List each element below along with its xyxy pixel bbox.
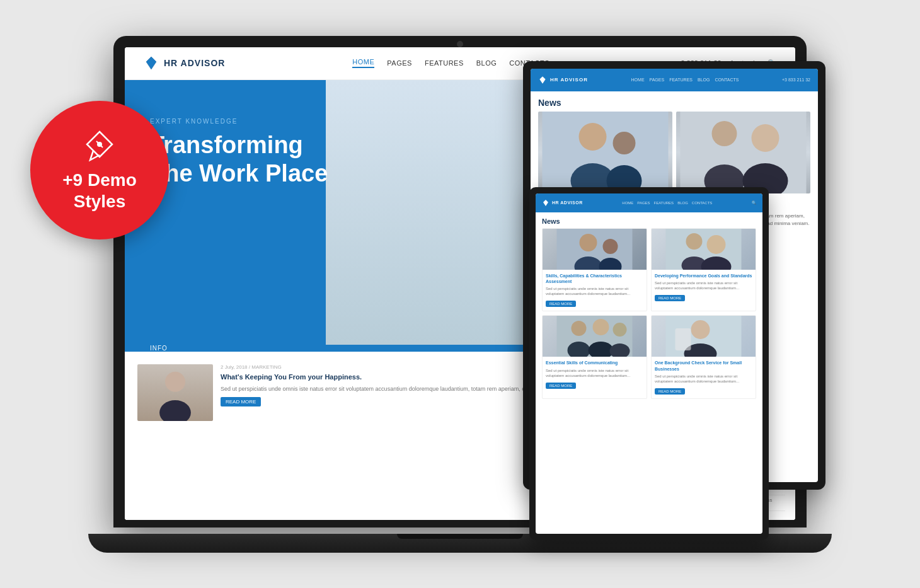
phone-news-body-1: Skills, Capabilities & Characteristics A… (543, 270, 647, 311)
tablet-news-title: News (531, 91, 818, 112)
svg-point-34 (691, 320, 710, 339)
tablet-nav-features[interactable]: FEATURES (669, 78, 693, 82)
nav-blog[interactable]: BLOG (476, 59, 497, 67)
phone-news-grid: Skills, Capabilities & Characteristics A… (536, 228, 762, 405)
meeting-illustration-2 (676, 112, 810, 193)
hero-content: EXPERT KNOWLEDGE Transforming The Work P… (150, 118, 328, 188)
svg-point-17 (580, 234, 597, 251)
phone-card-title-3: Essential Skills of Communicating (546, 360, 643, 366)
demo-badge: +9 Demo Styles (30, 101, 169, 239)
phone-card-title-2: Developing Performance Goals and Standar… (655, 273, 752, 279)
svg-point-22 (686, 233, 703, 250)
phone-header: HR ADVISOR HOME PAGES FEATURES BLOG CONT… (536, 193, 762, 212)
svg-point-8 (613, 132, 636, 154)
phone-news-body-4: One Background Check Service for Small B… (652, 357, 756, 398)
hero-label: EXPERT KNOWLEDGE (150, 118, 328, 125)
card-img-1 (543, 229, 647, 270)
svg-point-27 (572, 321, 587, 336)
hero-title-line1: Transforming (150, 131, 328, 160)
phone-news-body-3: Essential Skills of Communicating Sed ut… (543, 357, 647, 393)
person-silhouette (150, 371, 200, 421)
phone-read-more-4[interactable]: READ MORE (655, 388, 685, 395)
tablet-news-img-inner-2 (676, 112, 810, 193)
svg-point-31 (613, 323, 627, 337)
phone-news-card-2: Developing Performance Goals and Standar… (651, 228, 756, 312)
meeting-illustration-1 (538, 112, 672, 193)
phone-news-body-2: Developing Performance Goals and Standar… (652, 270, 756, 306)
tablet-nav-contacts[interactable]: CONTACTS (715, 78, 739, 82)
tablet-news-img-inner-1 (538, 112, 672, 193)
card-img-4 (652, 316, 756, 357)
svg-point-24 (707, 235, 726, 254)
phone-nav-home[interactable]: HOME (622, 201, 633, 205)
svg-point-6 (579, 123, 607, 151)
phone-card-text-4: Sed ut perspiciatis unde omnis iste natu… (655, 374, 752, 384)
svg-point-13 (752, 124, 779, 152)
phone-screen: HR ADVISOR HOME PAGES FEATURES BLOG CONT… (529, 187, 769, 540)
card-img-2 (652, 229, 756, 270)
tablet-nav[interactable]: HOME PAGES FEATURES BLOG CONTACTS (631, 78, 739, 82)
tablet-logo-text: HR ADVISOR (550, 77, 588, 83)
tablet-nav-home[interactable]: HOME (631, 78, 645, 82)
badge-text1: +9 Demo (62, 170, 137, 191)
svg-point-11 (712, 121, 737, 146)
phone-card-text-2: Sed ut perspiciatis unde omnis iste natu… (655, 280, 752, 291)
laptop-camera (457, 41, 463, 47)
svg-marker-4 (539, 76, 545, 84)
phone-read-more-3[interactable]: READ MORE (546, 383, 576, 389)
pen-tool-icon (81, 129, 118, 166)
svg-marker-15 (543, 200, 548, 206)
card-img-3 (543, 316, 647, 357)
tablet-phone: +3 833 211 32 (782, 78, 810, 82)
site-logo: HR ADVISOR (144, 55, 225, 71)
tablet-logo-icon (538, 76, 547, 84)
tablet-nav-blog[interactable]: BLOG (698, 78, 710, 82)
logo-name: HR ADVISOR (164, 58, 225, 68)
phone-news-img-1 (543, 229, 647, 270)
svg-rect-36 (676, 328, 691, 350)
phone-card-title-4: One Background Check Service for Small B… (655, 360, 752, 371)
tablet-news-images (531, 112, 818, 200)
phone-card-text-3: Sed ut perspiciatis unde omnis iste natu… (546, 368, 643, 379)
nav-pages[interactable]: PAGES (387, 59, 412, 67)
site-nav[interactable]: HOME PAGES FEATURES BLOG CONTACTS (352, 58, 549, 68)
phone-logo: HR ADVISOR (542, 199, 583, 207)
blog-person-image (137, 364, 213, 421)
svg-marker-1 (146, 57, 156, 69)
logo-diamond-icon (144, 55, 159, 71)
phone-search-icon[interactable]: 🔍 (752, 201, 756, 205)
phone-news-card-1: Skills, Capabilities & Characteristics A… (542, 228, 647, 312)
phone-nav[interactable]: HOME PAGES FEATURES BLOG CONTACTS (622, 201, 712, 205)
svg-point-19 (603, 239, 618, 254)
hero-title-line2: The Work Place (150, 159, 328, 188)
phone-news-card-3: Essential Skills of Communicating Sed ut… (542, 315, 647, 399)
phone-nav-blog[interactable]: BLOG (677, 201, 688, 205)
phone-news-img-4 (652, 316, 756, 357)
badge-text2: Styles (74, 191, 126, 212)
info-bar-text: INFO (150, 345, 168, 352)
phone-header-right: 🔍 (752, 200, 756, 205)
blog-image (137, 364, 213, 421)
tablet-nav-pages[interactable]: PAGES (650, 78, 665, 82)
phone-read-more-2[interactable]: READ MORE (655, 295, 685, 301)
phone-read-more-1[interactable]: READ MORE (546, 301, 576, 307)
phone-nav-features[interactable]: FEATURES (654, 201, 674, 205)
phone-nav-pages[interactable]: PAGES (637, 201, 650, 205)
phone-logo-text: HR ADVISOR (552, 200, 583, 205)
tablet-news-img-2 (676, 112, 810, 193)
tablet-header-right: +3 833 211 32 (782, 78, 810, 82)
svg-point-2 (165, 371, 185, 391)
tablet-logo: HR ADVISOR (538, 76, 588, 84)
nav-features[interactable]: FEATURES (425, 59, 464, 67)
phone-nav-contacts[interactable]: CONTACTS (692, 201, 713, 205)
phone-news-img-2 (652, 229, 756, 270)
phone-news-card-4: One Background Check Service for Small B… (651, 315, 756, 399)
nav-home[interactable]: HOME (352, 58, 374, 68)
tablet-news-img-1 (538, 112, 672, 193)
phone-news-img-3 (543, 316, 647, 357)
phone-card-title-1: Skills, Capabilities & Characteristics A… (546, 273, 643, 284)
hero-title: Transforming The Work Place (150, 131, 328, 188)
phone-news-title: News (536, 212, 762, 228)
read-more-button[interactable]: READ MORE (221, 397, 261, 406)
tablet-header: HR ADVISOR HOME PAGES FEATURES BLOG CONT… (531, 69, 818, 91)
